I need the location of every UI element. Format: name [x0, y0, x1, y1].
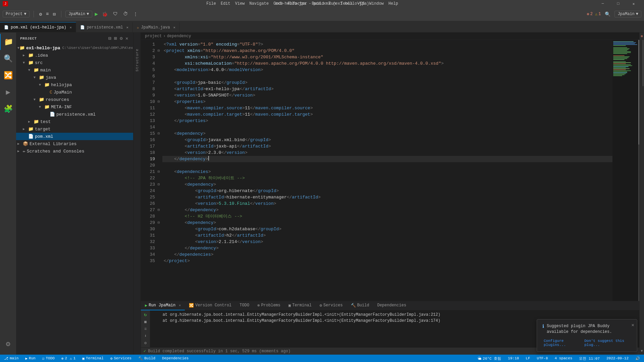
run-tab-problems[interactable]: ⊗ Problems — [253, 301, 284, 310]
breadcrumb-dependency[interactable]: dependency — [167, 34, 191, 39]
tree-src-folder[interactable]: ▼ 📁 src — [16, 59, 133, 66]
code-content[interactable]: <?xml version="1.0" encoding="UTF-8"?> <… — [162, 40, 612, 301]
breadcrumb: project › dependency — [141, 33, 639, 40]
code-line-6 — [162, 73, 612, 79]
rerun-icon[interactable]: ↻ — [144, 312, 147, 317]
menu-edit[interactable]: Edit — [219, 1, 232, 7]
run-tab-label: Run — [149, 303, 156, 308]
project-selector[interactable]: Project ▼ — [3, 11, 30, 17]
scratches-label: Scratches and Consoles — [27, 149, 85, 154]
list-icon[interactable]: ≡ — [45, 10, 50, 18]
run-tab-run[interactable]: ▶ Run JpaMain ✕ — [141, 301, 185, 310]
notification-close-icon[interactable]: ✕ — [632, 322, 634, 328]
maximize-button[interactable]: □ — [610, 0, 626, 7]
tab-persistence-xml[interactable]: 📄 persistence.xml ✕ — [76, 22, 133, 32]
encoding-label: UTF-8 — [537, 356, 548, 360]
menu-navigate[interactable]: Navigate — [248, 1, 271, 7]
status-build[interactable]: 🔨 Build — [137, 355, 157, 362]
settings-icon[interactable]: ⚙ — [38, 10, 43, 18]
status-encoding[interactable]: UTF-8 — [536, 355, 549, 362]
tree-target-folder[interactable]: ▶ 📁 target — [16, 125, 133, 133]
status-todo[interactable]: ☑ TODO — [41, 355, 56, 362]
status-services[interactable]: ⚙ Services — [109, 355, 133, 362]
code-line-34: </dependencies> — [162, 251, 612, 258]
dont-suggest-button[interactable]: Don't suggest this plug... — [583, 338, 632, 348]
run-tab-close[interactable]: ✕ — [179, 303, 181, 307]
activity-vcs[interactable]: 🔀 — [0, 67, 16, 83]
close-button[interactable]: ✕ — [626, 0, 641, 7]
tab-pom-xml[interactable]: 📄 pom.xml (ex1-hello-jpa) ✕ — [0, 22, 76, 32]
coverage-button[interactable]: 🛡 — [112, 10, 119, 18]
tree-scratches[interactable]: ▶ ✏ Scratches and Consoles — [16, 147, 133, 155]
status-line-sep[interactable]: LF — [524, 355, 531, 362]
tree-test-folder[interactable]: ▶ 📁 test — [16, 118, 133, 125]
status-indent[interactable]: 4 spaces — [553, 355, 574, 362]
sidebar-settings-icon[interactable]: ⚙ — [119, 35, 123, 42]
status-position[interactable]: 19:18 — [506, 355, 520, 362]
activity-run[interactable]: ▶ — [0, 84, 16, 100]
status-problems[interactable]: ⊗ 2 ⚠ 1 — [60, 355, 77, 362]
stop-icon[interactable]: ■ — [144, 319, 147, 325]
settings-run-icon[interactable]: ⚙ — [144, 341, 147, 346]
sidebar-close-icon[interactable]: ✕ — [125, 35, 129, 42]
run-tab-dependencies[interactable]: Dependencies — [373, 301, 410, 310]
search-icon[interactable]: 🔍 — [603, 10, 612, 18]
sidebar-minimize-icon[interactable]: ⊟ — [108, 35, 112, 42]
tree-metainf-folder[interactable]: ▼ 📁 META-INF — [16, 103, 133, 111]
configure-plugins-button[interactable]: Configure plugins... — [542, 338, 580, 348]
tree-java-folder[interactable]: ▼ 📁 java — [16, 74, 133, 81]
run-tab-version-control[interactable]: 🔀 Version Control — [185, 301, 235, 310]
config-icon[interactable]: ⊟ — [51, 10, 57, 18]
main-folder-icon: 📁 — [34, 67, 39, 73]
tree-pom-xml[interactable]: ▶ 📄 pom.xml — [16, 133, 133, 140]
run-config-selector[interactable]: JpaMain ▼ — [65, 11, 92, 17]
activity-search[interactable]: 🔍 — [0, 51, 16, 67]
tree-external-libraries[interactable]: ▶ 📦 External Libraries — [16, 140, 133, 147]
tree-jpamain-class[interactable]: ▶ C JpaMain — [16, 88, 133, 96]
breadcrumb-project[interactable]: project — [145, 34, 162, 39]
more-run-options[interactable]: ⋮ — [132, 10, 139, 18]
error-indicator[interactable]: ⊗ 2 ⚠ 1 — [587, 12, 601, 17]
filter-icon[interactable]: ≡ — [144, 327, 147, 331]
jpamain-tab-close[interactable]: ✕ — [173, 25, 175, 29]
status-terminal[interactable]: ▣ Terminal — [81, 355, 105, 362]
debug-button[interactable]: 🐞 — [101, 10, 109, 18]
run-tab-terminal[interactable]: ▣ Terminal — [284, 301, 316, 310]
run-tab-services[interactable]: ⚙ Services — [316, 301, 347, 310]
scrollbar-track[interactable] — [640, 40, 644, 347]
run-tab-todo[interactable]: TODO — [235, 301, 253, 310]
tab-jpamain-java[interactable]: ☕ JpaMain.java ✕ — [133, 22, 180, 32]
scroll-end-icon[interactable]: ⬇ — [144, 334, 147, 339]
profile-button[interactable]: ⏱ — [122, 10, 129, 18]
activity-bar: 📁 🔍 🔀 ▶ 🧩 ⚙ — [0, 33, 16, 355]
status-dependencies[interactable]: Dependencies — [161, 355, 190, 362]
minimize-button[interactable]: ─ — [595, 0, 610, 7]
tree-main-folder[interactable]: ▼ 📁 main — [16, 66, 133, 74]
persistence-tab-close[interactable]: ✕ — [126, 25, 128, 29]
menu-window[interactable]: Window — [367, 1, 386, 7]
minimap[interactable] — [612, 40, 639, 301]
tree-resources-folder[interactable]: ▼ 📁 resources — [16, 96, 133, 103]
date-label: 2022-09-12 — [606, 356, 629, 360]
sidebar-expand-icon[interactable]: ⊞ — [113, 35, 118, 42]
menu-file[interactable]: File — [204, 1, 218, 7]
status-vcs[interactable]: ⎇ main — [3, 355, 20, 362]
structure-tab[interactable]: Structure — [134, 46, 141, 74]
persistence-tab-label: persistence.xml — [87, 25, 123, 30]
run-tab-build[interactable]: 🔨 Build — [347, 301, 373, 310]
run-button[interactable]: ▶ — [95, 11, 98, 17]
menu-help[interactable]: Help — [386, 1, 400, 7]
menu-view[interactable]: View — [233, 1, 247, 7]
tree-idea-folder[interactable]: ▶ 📁 .idea — [16, 52, 133, 59]
tree-persistence-xml[interactable]: ▶ 📄 persistence.xml — [16, 111, 133, 118]
branch-selector[interactable]: JpaMain ▼ — [614, 11, 641, 17]
minimap-scrollbar-thumb[interactable] — [638, 40, 639, 144]
activity-structure[interactable]: ⚙ — [0, 336, 16, 352]
pom-tab-close[interactable]: ✕ — [70, 25, 72, 29]
status-run-btn[interactable]: ▶ Run — [24, 355, 37, 362]
activity-plugins[interactable]: 🧩 — [0, 101, 16, 117]
activity-project[interactable]: 📁 — [0, 34, 16, 50]
class-icon: C — [50, 90, 52, 95]
tree-root[interactable]: ▼ 📁 ex1-hello-jpa C:\Users\User\Desktop\… — [16, 44, 133, 52]
tree-hellojpa-folder[interactable]: ▼ 📁 hellojpa — [16, 81, 133, 88]
